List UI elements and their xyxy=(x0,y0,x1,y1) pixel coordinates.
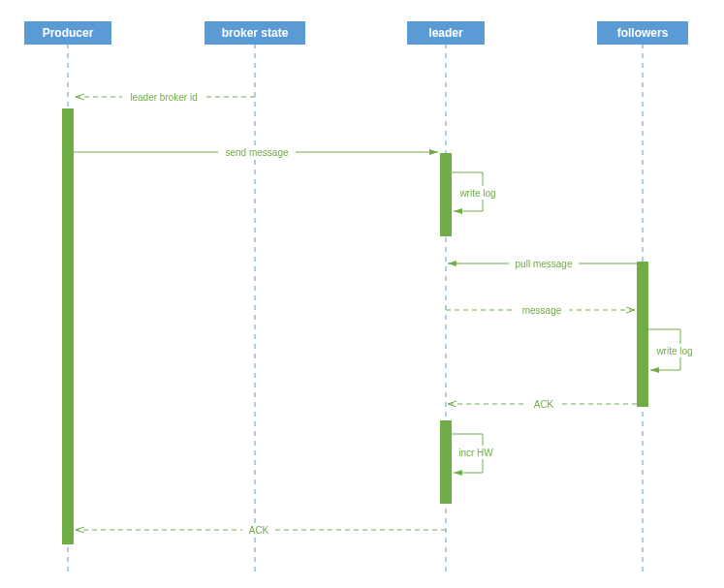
msg-leader-broker-id: leader broker id xyxy=(76,90,255,104)
participant-label: leader xyxy=(428,26,463,40)
msg-write-log-leader: write log xyxy=(452,172,502,211)
msg-ack-leader: ACK xyxy=(76,523,446,537)
msg-label: pull message xyxy=(516,259,573,269)
msg-pull-message: pull message xyxy=(448,257,637,270)
activation-followers xyxy=(637,262,648,407)
participant-followers: followers xyxy=(597,21,688,45)
participant-label: Producer xyxy=(43,26,94,40)
activation-leader-1 xyxy=(440,153,452,236)
msg-send-message: send message xyxy=(74,145,438,159)
msg-label: write log xyxy=(458,188,495,199)
msg-label: send message xyxy=(225,147,288,158)
msg-write-log-followers: write log xyxy=(648,329,699,370)
activation-producer xyxy=(62,108,74,544)
participant-label: broker state xyxy=(222,26,289,40)
participant-label: followers xyxy=(617,26,669,40)
msg-ack-followers: ACK xyxy=(448,397,637,411)
msg-label: write log xyxy=(655,346,692,356)
msg-label: incr HW xyxy=(458,448,493,458)
msg-message: message xyxy=(446,303,635,317)
msg-label: leader broker id xyxy=(130,92,197,103)
msg-label: message xyxy=(522,305,562,316)
msg-label: ACK xyxy=(534,399,554,410)
msg-incr-hw: incr HW xyxy=(452,434,498,473)
participant-producer: Producer xyxy=(24,21,111,45)
msg-label: ACK xyxy=(249,525,269,536)
participant-brokerstate: broker state xyxy=(205,21,305,45)
sequence-diagram: Producer broker state leader followers l… xyxy=(0,0,724,588)
participant-leader: leader xyxy=(407,21,485,45)
activation-leader-2 xyxy=(440,420,452,504)
